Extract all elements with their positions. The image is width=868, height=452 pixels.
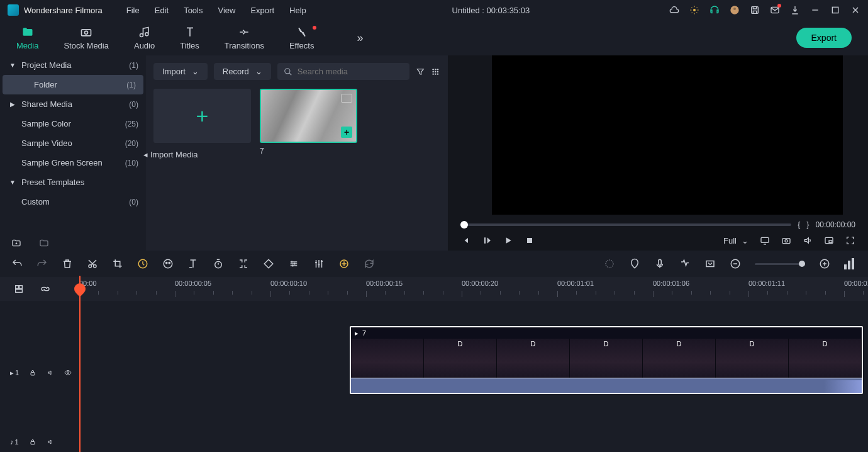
play-pause-icon[interactable] <box>482 235 492 246</box>
undo-icon[interactable] <box>11 258 23 269</box>
zoom-out-icon[interactable] <box>730 258 741 269</box>
speed-icon[interactable] <box>137 258 148 269</box>
video-track-body[interactable]: ▸ 7 DDDDDD <box>79 339 868 407</box>
folder-icon[interactable] <box>39 238 49 248</box>
timeline-ruler[interactable]: 00:0000:00:00:0500:00:00:1000:00:00:1500… <box>0 277 868 301</box>
menu-export[interactable]: Export <box>244 3 281 18</box>
filter-icon[interactable] <box>416 67 425 77</box>
import-dropdown[interactable]: Import⌄ <box>153 63 208 80</box>
sparkle-icon[interactable] <box>689 5 699 15</box>
color-icon[interactable] <box>162 258 174 269</box>
ruler-label: 00:00:00:20 <box>462 280 498 287</box>
mail-icon[interactable] <box>770 5 780 15</box>
prev-frame-icon[interactable] <box>460 235 470 246</box>
pip-icon[interactable] <box>824 235 834 246</box>
crop-icon[interactable] <box>112 258 123 269</box>
tracking-icon[interactable] <box>238 258 249 269</box>
link-icon[interactable] <box>40 284 50 294</box>
import-media-card[interactable]: + <box>153 89 251 155</box>
enhance-icon[interactable] <box>338 258 350 269</box>
mute-icon[interactable] <box>47 438 54 446</box>
media-clip-card[interactable]: + 7 <box>260 89 357 155</box>
delete-icon[interactable] <box>62 258 73 269</box>
grid-view-icon[interactable] <box>431 67 440 77</box>
tab-audio[interactable]: Audio <box>121 22 167 54</box>
tab-titles[interactable]: Titles <box>167 22 212 54</box>
close-icon[interactable] <box>850 5 860 15</box>
preview-viewport[interactable] <box>492 55 843 215</box>
stop-icon[interactable] <box>525 235 535 246</box>
preview-quality-dropdown[interactable]: Full⌄ <box>723 236 748 246</box>
sidebar-item-sample-color[interactable]: Sample Color(25) <box>0 114 146 133</box>
download-icon[interactable] <box>790 5 800 15</box>
menu-tools[interactable]: Tools <box>177 3 209 18</box>
maximize-icon[interactable] <box>830 5 840 15</box>
lock-icon[interactable] <box>29 369 36 376</box>
mic-icon[interactable] <box>654 258 665 269</box>
title-right-icons <box>669 5 860 15</box>
mute-icon[interactable] <box>47 369 54 376</box>
track-manager-icon[interactable] <box>14 284 24 294</box>
text-tool-icon[interactable] <box>187 258 199 269</box>
search-icon <box>284 67 292 76</box>
sidebar-item-folder[interactable]: Folder(1) <box>3 75 143 94</box>
tab-media[interactable]: Media <box>4 22 51 54</box>
import-collapse[interactable]: ◂ Import Media <box>143 150 198 159</box>
visibility-icon[interactable] <box>64 369 72 376</box>
sidebar-item-project-media[interactable]: ▼Project Media(1) <box>0 55 146 75</box>
mark-in-button[interactable]: { <box>798 220 800 229</box>
keyframe-icon[interactable] <box>263 258 274 269</box>
scrub-track[interactable] <box>460 223 791 226</box>
mark-out-button[interactable]: } <box>806 220 809 229</box>
marker-icon[interactable] <box>629 258 640 269</box>
timeline-clip[interactable]: ▸ 7 DDDDDD <box>350 326 863 394</box>
video-track-icon: ▸1 <box>10 369 19 377</box>
sidebar-item-shared-media[interactable]: ▶Shared Media(0) <box>0 94 146 114</box>
sidebar-item-sample-video[interactable]: Sample Video(20) <box>0 133 146 153</box>
zoom-handle[interactable] <box>799 261 805 267</box>
beat-icon[interactable] <box>679 258 691 269</box>
play-icon[interactable] <box>503 235 513 246</box>
volume-icon[interactable] <box>803 235 813 246</box>
chevron-left-icon: ◂ <box>143 150 148 159</box>
snapshot-icon[interactable] <box>781 235 791 246</box>
avatar-icon[interactable] <box>730 5 740 15</box>
tab-transitions[interactable]: Transitions <box>212 22 277 54</box>
search-box[interactable] <box>277 63 409 80</box>
duration-icon[interactable] <box>213 258 224 269</box>
menu-help[interactable]: Help <box>283 3 313 18</box>
fullscreen-icon[interactable] <box>845 235 855 246</box>
menu-view[interactable]: View <box>211 3 242 18</box>
cut-icon[interactable] <box>87 258 98 269</box>
cloud-icon[interactable] <box>669 5 679 15</box>
menu-edit[interactable]: Edit <box>148 3 175 18</box>
save-icon[interactable] <box>750 5 760 15</box>
scrub-handle[interactable] <box>460 221 468 229</box>
tab-effects[interactable]: Effects <box>277 22 327 54</box>
sidebar-item-sample-green-screen[interactable]: Sample Green Screen(10) <box>0 153 146 172</box>
new-folder-icon[interactable] <box>11 238 21 248</box>
menu-file[interactable]: File <box>120 3 146 18</box>
display-icon[interactable] <box>760 235 770 246</box>
lock-icon[interactable] <box>29 438 36 446</box>
tabs-more-button[interactable]: » <box>352 26 368 50</box>
tab-stock-media[interactable]: Stock Media <box>51 22 121 54</box>
redo-icon[interactable] <box>36 258 48 269</box>
sidebar-item-preset-templates[interactable]: ▼Preset Templates <box>0 172 146 192</box>
sidebar-item-custom[interactable]: Custom(0) <box>0 192 146 212</box>
zoom-in-icon[interactable] <box>819 258 830 269</box>
search-input[interactable] <box>298 67 403 76</box>
playhead[interactable] <box>79 276 81 452</box>
fit-icon[interactable] <box>704 258 716 269</box>
export-button[interactable]: Export <box>796 28 852 48</box>
minimize-icon[interactable] <box>810 5 820 15</box>
refresh-icon[interactable] <box>364 258 375 269</box>
track-height-icon[interactable] <box>844 258 857 269</box>
record-dropdown[interactable]: Record⌄ <box>214 63 271 80</box>
adjust-icon[interactable] <box>288 258 299 269</box>
headphones-icon[interactable] <box>709 5 720 15</box>
render-icon[interactable] <box>604 258 615 269</box>
audio-mixer-icon[interactable] <box>313 258 325 269</box>
add-to-timeline-icon[interactable]: + <box>341 127 352 138</box>
zoom-slider[interactable] <box>755 263 805 265</box>
